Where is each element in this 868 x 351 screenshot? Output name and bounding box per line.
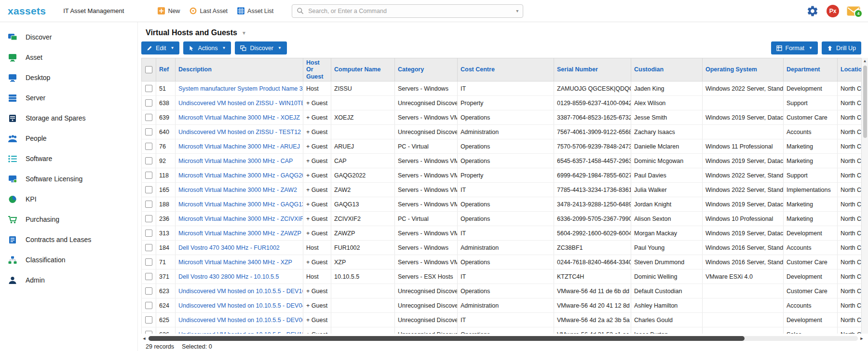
actions-button[interactable]: Actions ▼ bbox=[183, 41, 231, 54]
column-header-department[interactable]: Department bbox=[784, 58, 838, 81]
row-checkbox[interactable] bbox=[145, 143, 152, 150]
horizontal-scrollbar-thumb[interactable] bbox=[149, 336, 745, 341]
search-chevron-down-icon[interactable]: ▾ bbox=[516, 8, 518, 14]
cell-description: Undiscovered VM hosted on 10.10.5.5 - DE… bbox=[176, 298, 303, 313]
asset-description-link[interactable]: Undiscovered VM hosted on 10.10.5.5 - DE… bbox=[178, 288, 303, 295]
sidebar-item-classification[interactable]: Classification bbox=[0, 250, 137, 270]
row-checkbox[interactable] bbox=[145, 128, 152, 135]
cell-ref: 623 bbox=[156, 284, 176, 298]
column-header-host[interactable]: Host Or Guest bbox=[303, 58, 331, 81]
asset-description-link[interactable]: Dell Vostro 470 3400 MHz - FUR1002 bbox=[178, 244, 280, 251]
last-asset-button[interactable]: Last Asset bbox=[190, 7, 228, 14]
cell-host: + Guest bbox=[303, 284, 331, 298]
row-checkbox[interactable] bbox=[145, 201, 152, 208]
asset-description-link[interactable]: Microsoft Virtual Machine 3000 MHz - XOE… bbox=[178, 114, 300, 121]
sidebar-item-storage-and-spares[interactable]: Storage and Spares bbox=[0, 108, 137, 128]
edit-button[interactable]: Edit ▼ bbox=[141, 41, 179, 54]
sidebar-item-people[interactable]: People bbox=[0, 128, 137, 148]
asset-description-link[interactable]: Microsoft Virtual Machine 3400 MHz - XZP bbox=[178, 259, 292, 266]
asset-description-link[interactable]: Microsoft Virtual Machine 3000 MHz - ARU… bbox=[178, 143, 300, 150]
cell-department: Marketing bbox=[784, 139, 838, 154]
app-logo[interactable]: xassets bbox=[8, 5, 46, 17]
sidebar-item-server[interactable]: Server bbox=[0, 88, 137, 108]
column-header-category[interactable]: Category bbox=[395, 58, 458, 81]
cell-os: Windows 2022 Server, Standarc bbox=[703, 81, 784, 96]
select-all-checkbox[interactable] bbox=[145, 66, 152, 73]
row-checkbox[interactable] bbox=[145, 331, 152, 334]
row-checkbox[interactable] bbox=[145, 244, 152, 251]
asset-description-link[interactable]: Undiscovered VM hosted on 10.10.5.5 - DE… bbox=[178, 302, 303, 309]
asset-list-button[interactable]: Asset List bbox=[237, 7, 273, 14]
column-header-custodian[interactable]: Custodian bbox=[631, 58, 703, 81]
vertical-scrollbar-thumb[interactable] bbox=[863, 66, 867, 138]
row-checkbox[interactable] bbox=[145, 302, 152, 309]
row-checkbox[interactable] bbox=[145, 273, 152, 280]
asset-description-link[interactable]: Microsoft Virtual Machine 3000 MHz - GAQ… bbox=[178, 172, 303, 179]
sidebar-item-contracts-and-leases[interactable]: Contracts and Leases bbox=[0, 230, 137, 250]
sidebar-item-admin[interactable]: Admin bbox=[0, 270, 137, 290]
row-checkbox[interactable] bbox=[145, 230, 152, 237]
row-checkbox-cell bbox=[142, 226, 156, 241]
asset-description-link[interactable]: Undiscovered VM hosted on 10.10.5.5 - DE… bbox=[178, 317, 303, 324]
column-header-os[interactable]: Operating System bbox=[703, 58, 784, 81]
asset-description-link[interactable]: Microsoft Virtual Machine 3000 MHz - GAQ… bbox=[178, 201, 303, 208]
scroll-left-icon[interactable]: ◄ bbox=[141, 336, 147, 341]
scroll-right-icon[interactable]: ► bbox=[859, 336, 865, 341]
cell-computer bbox=[331, 284, 395, 298]
row-checkbox[interactable] bbox=[145, 99, 152, 107]
vertical-scrollbar[interactable]: ▲ bbox=[861, 58, 868, 334]
column-header-cost[interactable]: Cost Centre bbox=[458, 58, 554, 81]
column-header-description[interactable]: Description bbox=[176, 58, 303, 81]
asset-description-link[interactable]: Undiscovered VM hosted on 10.10.5.5 - DE… bbox=[178, 331, 303, 334]
title-dropdown-icon[interactable]: ▼ bbox=[242, 30, 246, 36]
asset-description-link[interactable]: Undiscovered VM hosted on ZISSU - WIN10T… bbox=[178, 100, 303, 107]
sidebar-item-purchasing[interactable]: Purchasing bbox=[0, 209, 137, 230]
sidebar-item-label: Asset bbox=[26, 54, 42, 61]
asset-description-link[interactable]: Microsoft Virtual Machine 3000 MHz - ZCI… bbox=[178, 216, 303, 222]
row-checkbox-cell bbox=[142, 298, 156, 313]
profile-avatar[interactable]: Px bbox=[827, 5, 839, 17]
row-checkbox[interactable] bbox=[145, 114, 152, 121]
asset-description-link[interactable]: Undiscovered VM hosted on ZISSU - TEST12 bbox=[178, 129, 301, 135]
admin-person-icon bbox=[8, 276, 18, 284]
asset-description-link[interactable]: Microsoft Virtual Machine 3000 MHz - ZAW… bbox=[178, 230, 301, 237]
column-header-serial[interactable]: Serial Number bbox=[554, 58, 631, 81]
asset-description-link[interactable]: Microsoft Virtual Machine 3000 MHz - ZAW… bbox=[178, 187, 297, 193]
row-checkbox[interactable] bbox=[145, 287, 152, 295]
row-checkbox[interactable] bbox=[145, 186, 152, 193]
asset-description-link[interactable]: Microsoft Virtual Machine 3000 MHz - CAP bbox=[178, 158, 293, 164]
cell-custodian: Ashley Hamilton bbox=[631, 298, 703, 313]
cell-ref: 165 bbox=[156, 183, 176, 197]
cell-host: + Guest bbox=[303, 154, 331, 168]
sidebar-item-desktop[interactable]: Desktop bbox=[0, 68, 137, 88]
sidebar-item-software-licensing[interactable]: Software Licensing bbox=[0, 169, 137, 189]
new-button[interactable]: New bbox=[158, 7, 180, 14]
row-checkbox[interactable] bbox=[145, 172, 152, 179]
mail-icon[interactable]: 4 bbox=[847, 6, 860, 16]
cell-cost: Operations bbox=[458, 154, 554, 168]
row-checkbox[interactable] bbox=[145, 157, 152, 164]
column-header-computer[interactable]: Computer Name bbox=[331, 58, 395, 81]
format-button[interactable]: Format ▼ bbox=[771, 41, 818, 54]
asset-description-link[interactable]: System manufacturer System Product Name … bbox=[178, 85, 303, 92]
settings-gear-icon[interactable] bbox=[806, 5, 819, 17]
sidebar-item-asset[interactable]: Asset bbox=[0, 47, 137, 68]
sidebar-item-kpi[interactable]: KPI bbox=[0, 189, 137, 209]
sidebar-item-discover[interactable]: Discover bbox=[0, 27, 137, 47]
row-checkbox[interactable] bbox=[145, 258, 152, 266]
scroll-up-icon[interactable]: ▲ bbox=[862, 58, 868, 65]
row-checkbox[interactable] bbox=[145, 316, 152, 324]
sidebar-item-software[interactable]: Software bbox=[0, 148, 137, 169]
row-checkbox[interactable] bbox=[145, 85, 152, 92]
column-header-ref[interactable]: Ref bbox=[156, 58, 176, 81]
drill-up-button[interactable]: Drill Up bbox=[822, 41, 861, 54]
asset-description-link[interactable]: Dell Vostro 430 2800 MHz - 10.10.5.5 bbox=[178, 273, 279, 280]
search-input[interactable] bbox=[307, 7, 513, 15]
row-checkbox[interactable] bbox=[145, 215, 152, 222]
discover-icon bbox=[8, 33, 18, 41]
horizontal-scrollbar-track[interactable] bbox=[148, 336, 858, 341]
discover-button[interactable]: Discover ▼ bbox=[235, 41, 287, 54]
search-box[interactable]: ▾ bbox=[292, 4, 523, 18]
cell-custodian: Alex Wilson bbox=[631, 96, 703, 110]
horizontal-scrollbar[interactable]: ◄ ► bbox=[141, 335, 865, 342]
